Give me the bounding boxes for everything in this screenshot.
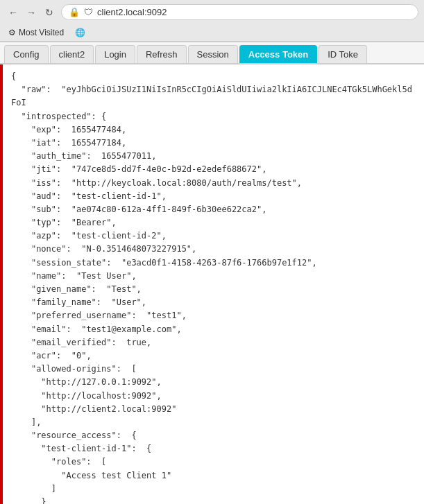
security-icon: 🔒: [69, 7, 80, 17]
tab-id-token[interactable]: ID Toke: [319, 45, 367, 63]
bookmarks-bar: ⚙ Most Visited 🌐: [0, 24, 424, 42]
back-button[interactable]: ←: [6, 5, 21, 20]
forward-button[interactable]: →: [24, 5, 39, 20]
reload-button[interactable]: ↻: [42, 5, 57, 20]
address-bar[interactable]: 🔒 🛡: [61, 4, 418, 20]
bookmark-most-visited[interactable]: ⚙ Most Visited: [6, 26, 67, 39]
tab-login[interactable]: Login: [95, 45, 135, 63]
tab-session[interactable]: Session: [188, 45, 238, 63]
shield-icon: 🛡: [84, 7, 93, 17]
content-area: { "raw": "eyJhbGciOiJSUzI1NiIsInR5cCIgOi…: [0, 64, 424, 504]
globe-icon: 🌐: [75, 28, 85, 37]
json-content: { "raw": "eyJhbGciOiJSUzI1NiIsInR5cCIgOi…: [8, 70, 416, 504]
tab-config[interactable]: Config: [4, 45, 49, 63]
url-input[interactable]: [97, 7, 411, 17]
bookmark-globe[interactable]: 🌐: [72, 26, 88, 39]
browser-chrome: ← → ↻ 🔒 🛡 ⚙ Most Visited 🌐: [0, 0, 424, 42]
tab-access-token[interactable]: Access Token: [239, 45, 317, 63]
app-tabs: Config client2 Login Refresh Session Acc…: [0, 42, 424, 64]
nav-buttons: ← → ↻: [6, 5, 57, 20]
browser-toolbar: ← → ↻ 🔒 🛡: [0, 0, 424, 24]
most-visited-label: Most Visited: [19, 28, 64, 37]
tab-refresh[interactable]: Refresh: [137, 45, 187, 63]
tab-client2[interactable]: client2: [50, 45, 94, 63]
red-bar-indicator: [0, 64, 3, 504]
gear-icon: ⚙: [8, 28, 16, 37]
